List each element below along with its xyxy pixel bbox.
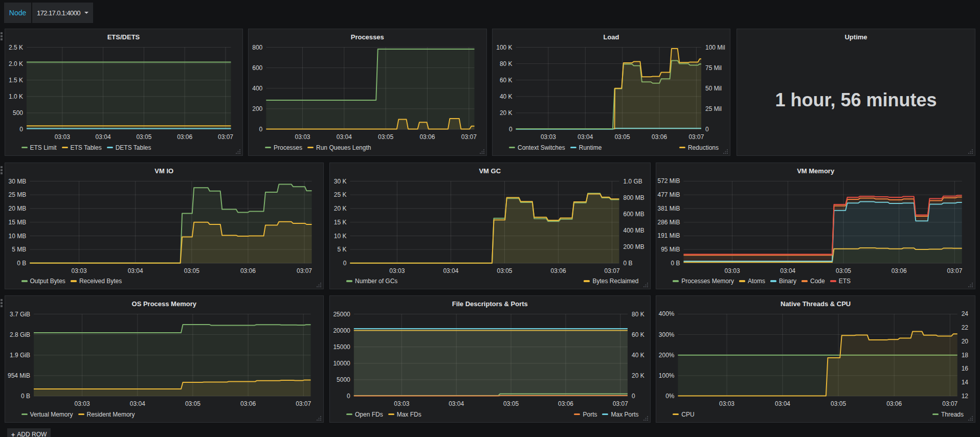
svg-text:400%: 400% [659,311,675,318]
svg-text:03:05: 03:05 [503,400,519,407]
svg-text:03:07: 03:07 [605,267,620,274]
svg-text:286 MiB: 286 MiB [658,218,680,225]
svg-text:0%: 0% [665,393,675,400]
svg-text:0: 0 [509,126,513,133]
svg-text:0: 0 [259,126,263,133]
svg-text:40 K: 40 K [632,352,644,359]
svg-text:75 Mil: 75 Mil [705,64,722,72]
svg-text:954 MiB: 954 MiB [7,372,30,379]
svg-text:80 K: 80 K [632,311,644,318]
svg-text:381 MiB: 381 MiB [658,205,680,212]
svg-text:03:06: 03:06 [177,133,192,141]
svg-text:20 MB: 20 MB [8,205,26,212]
svg-text:5 K: 5 K [337,246,346,253]
svg-text:25 K: 25 K [334,191,347,198]
svg-text:600 MB: 600 MB [623,210,644,217]
svg-text:03:06: 03:06 [419,133,435,141]
svg-text:1.9 GiB: 1.9 GiB [9,352,30,359]
svg-text:1.0 GB: 1.0 GB [623,177,642,185]
svg-text:20 K: 20 K [632,372,644,379]
svg-text:24: 24 [962,311,969,318]
svg-text:0: 0 [19,126,23,133]
svg-text:572 MiB: 572 MiB [658,177,680,185]
svg-text:03:07: 03:07 [296,267,311,274]
svg-text:200: 200 [252,105,262,112]
svg-text:03:07: 03:07 [947,267,963,274]
svg-text:03:04: 03:04 [127,267,143,274]
svg-text:20000: 20000 [333,327,350,334]
svg-text:03:03: 03:03 [394,400,409,407]
svg-text:60 K: 60 K [632,331,644,338]
svg-text:03:03: 03:03 [71,267,86,274]
svg-text:20: 20 [962,338,969,345]
svg-text:03:07: 03:07 [296,400,311,407]
svg-text:03:05: 03:05 [836,267,851,274]
svg-text:800 MB: 800 MB [623,194,644,201]
svg-text:20 K: 20 K [500,109,513,117]
svg-text:12: 12 [962,393,969,400]
svg-text:50 Mil: 50 Mil [705,85,722,92]
svg-text:03:05: 03:05 [497,267,512,274]
svg-text:03:03: 03:03 [54,133,70,141]
svg-text:03:04: 03:04 [449,400,464,407]
svg-text:2.5 K: 2.5 K [8,44,23,51]
svg-text:2.0 K: 2.0 K [8,60,23,67]
svg-text:30 MB: 30 MB [8,177,26,185]
svg-text:600: 600 [252,64,262,72]
svg-text:10000: 10000 [333,360,350,367]
svg-text:03:05: 03:05 [378,133,393,141]
svg-text:477 MiB: 477 MiB [658,191,680,198]
svg-text:10 MB: 10 MB [8,232,26,239]
svg-text:200 MB: 200 MB [623,243,644,250]
svg-text:3.7 GiB: 3.7 GiB [9,311,30,318]
svg-text:03:07: 03:07 [217,133,233,141]
svg-text:1.0 K: 1.0 K [8,93,23,100]
svg-text:03:04: 03:04 [781,267,796,274]
svg-text:03:07: 03:07 [688,133,704,141]
svg-text:03:06: 03:06 [892,267,907,274]
svg-text:16: 16 [962,365,969,372]
svg-text:0: 0 [705,126,709,133]
svg-text:03:05: 03:05 [136,133,151,141]
svg-text:03:05: 03:05 [185,400,200,407]
svg-text:03:05: 03:05 [831,400,846,407]
svg-text:500: 500 [12,109,23,117]
svg-text:60 K: 60 K [500,77,513,84]
svg-text:03:06: 03:06 [240,267,255,274]
svg-text:03:07: 03:07 [943,400,958,407]
svg-text:14: 14 [962,379,969,386]
svg-text:03:03: 03:03 [725,267,740,274]
svg-text:22: 22 [962,324,969,331]
svg-text:03:03: 03:03 [74,400,90,407]
svg-text:18: 18 [962,352,969,359]
svg-text:03:04: 03:04 [337,133,352,141]
svg-text:191 MiB: 191 MiB [658,232,680,239]
svg-text:95 MiB: 95 MiB [661,246,680,253]
svg-text:03:06: 03:06 [551,267,566,274]
svg-text:03:06: 03:06 [240,400,256,407]
svg-text:0 B: 0 B [623,260,633,267]
svg-text:400 MB: 400 MB [623,226,644,234]
svg-text:0 B: 0 B [17,260,26,267]
svg-text:2.8 GiB: 2.8 GiB [9,331,30,338]
svg-text:10 K: 10 K [334,232,347,239]
svg-text:15 K: 15 K [334,218,347,225]
svg-text:03:06: 03:06 [652,133,667,141]
svg-text:40 K: 40 K [500,93,513,100]
svg-text:15000: 15000 [333,343,350,351]
svg-text:03:04: 03:04 [129,400,145,407]
svg-text:5000: 5000 [337,376,350,383]
svg-text:03:03: 03:03 [295,133,310,141]
svg-text:0: 0 [347,393,350,400]
svg-text:03:04: 03:04 [577,133,593,141]
svg-text:03:06: 03:06 [886,400,902,407]
svg-text:03:04: 03:04 [443,267,458,274]
svg-text:0: 0 [343,260,347,267]
svg-text:1.5 K: 1.5 K [8,77,23,84]
svg-text:03:03: 03:03 [719,400,734,407]
svg-text:200%: 200% [659,352,675,359]
svg-text:03:05: 03:05 [615,133,630,141]
svg-text:25000: 25000 [333,311,350,318]
svg-text:400: 400 [252,85,262,92]
svg-text:800: 800 [252,44,262,51]
